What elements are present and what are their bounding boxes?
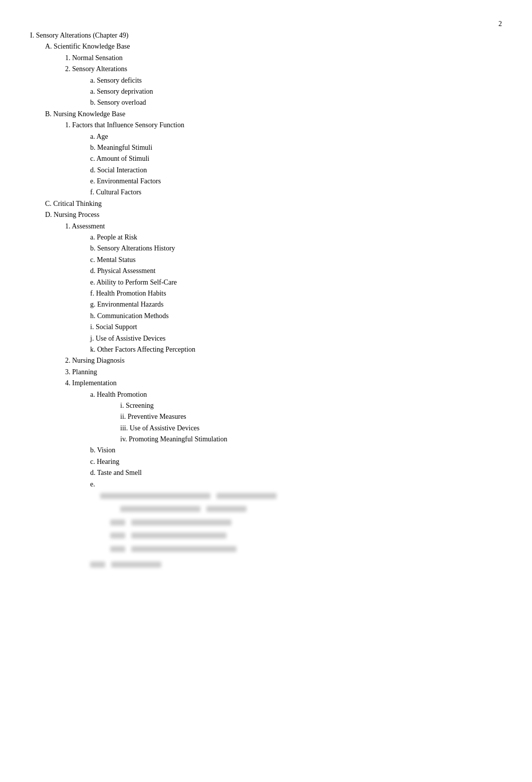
item-D4a-ii: ii. Preventive Measures — [120, 411, 502, 422]
item-D1i-label: i. Social Support — [90, 323, 137, 331]
item-D1j: j. Use of Assistive Devices — [90, 333, 502, 344]
item-D4c: c. Hearing — [90, 456, 502, 467]
item-b-overload-label: b. Sensory overload — [90, 99, 146, 106]
item-B1f-label: f. Cultural Factors — [90, 188, 141, 196]
section-I-label: I. Sensory Alterations (Chapter 49) — [30, 32, 128, 39]
blurred-content — [100, 492, 502, 557]
item-D4b-label: b. Vision — [90, 446, 115, 454]
section-A-label: A. Scientific Knowledge Base — [45, 43, 130, 50]
item-D4a-i: i. Screening — [120, 400, 502, 411]
item-D1a: a. People at Risk — [90, 232, 502, 243]
section-D-label: D. Nursing Process — [45, 211, 100, 218]
item-D2: 2. Nursing Diagnosis — [65, 355, 502, 366]
item-D1-label: 1. Assessment — [65, 222, 105, 230]
item-D4d: d. Taste and Smell — [90, 467, 502, 478]
item-D3: 3. Planning — [65, 367, 502, 378]
item-B1c-label: c. Amount of Stimuli — [90, 155, 149, 162]
item-1-normal-sensation: 1. Normal Sensation — [65, 53, 502, 64]
item-B1f: f. Cultural Factors — [90, 187, 502, 198]
item-D1a-label: a. People at Risk — [90, 233, 137, 241]
item-D1f-label: f. Health Promotion Habits — [90, 290, 166, 297]
item-D1k: k. Other Factors Affecting Perception — [90, 344, 502, 355]
item-b-sensory-overload: b. Sensory overload — [90, 97, 502, 108]
item-D4b: b. Vision — [90, 445, 502, 456]
item-D4-label: 4. Implementation — [65, 379, 117, 387]
item-B1d-label: d. Social Interaction — [90, 166, 147, 174]
item-D4c-label: c. Hearing — [90, 458, 119, 465]
item-D1e: e. Ability to Perform Self-Care — [90, 277, 502, 288]
section-I: I. Sensory Alterations (Chapter 49) — [30, 30, 502, 41]
item-B1-label: 1. Factors that Influence Sensory Functi… — [65, 121, 184, 129]
item-D4e-label: e. — [90, 480, 95, 488]
item-a-sensory-deprivation: a. Sensory deprivation — [90, 86, 502, 97]
section-D: D. Nursing Process — [45, 209, 502, 220]
item-D1d: d. Physical Assessment — [90, 266, 502, 277]
item-D1e-label: e. Ability to Perform Self-Care — [90, 279, 177, 286]
item-D1f: f. Health Promotion Habits — [90, 288, 502, 299]
item-D4a-label: a. Health Promotion — [90, 391, 147, 398]
page-number: 2 — [498, 20, 502, 28]
item-2-sensory-alterations: 2. Sensory Alterations — [65, 64, 502, 75]
item-D4a-iv: iv. Promoting Meaningful Stimulation — [120, 434, 502, 445]
item-a-sensory-deficits: a. Sensory deficits — [90, 75, 502, 86]
item-B1b-label: b. Meaningful Stimuli — [90, 144, 152, 151]
item-D4e: e. — [90, 479, 502, 557]
item-D4: 4. Implementation — [65, 378, 502, 389]
blurred-f-item — [90, 561, 502, 572]
item-D1i: i. Social Support — [90, 322, 502, 333]
item-D4a-iv-label: iv. Promoting Meaningful Stimulation — [120, 435, 227, 443]
item-a-deficits-label: a. Sensory deficits — [90, 77, 142, 84]
item-D1-assessment: 1. Assessment — [65, 221, 502, 232]
item-B1c: c. Amount of Stimuli — [90, 153, 502, 164]
section-C: C. Critical Thinking — [45, 198, 502, 209]
item-1-label: 1. Normal Sensation — [65, 54, 123, 62]
item-B1d: d. Social Interaction — [90, 165, 502, 176]
item-B1a-label: a. Age — [90, 133, 108, 140]
item-D1j-label: j. Use of Assistive Devices — [90, 335, 165, 342]
item-D1c-label: c. Mental Status — [90, 256, 136, 264]
item-D1g: g. Environmental Hazards — [90, 299, 502, 310]
item-D1c: c. Mental Status — [90, 254, 502, 266]
section-B-label: B. Nursing Knowledge Base — [45, 110, 125, 118]
item-B1e: e. Environmental Factors — [90, 176, 502, 187]
item-2-label: 2. Sensory Alterations — [65, 65, 127, 73]
item-D3-label: 3. Planning — [65, 368, 97, 376]
item-D4a-iii-label: iii. Use of Assistive Devices — [120, 424, 199, 432]
section-B: B. Nursing Knowledge Base — [45, 109, 502, 120]
item-D1b-label: b. Sensory Alterations History — [90, 244, 175, 252]
item-D1h: h. Communication Methods — [90, 311, 502, 322]
item-B1e-label: e. Environmental Factors — [90, 177, 161, 185]
item-D1k-label: k. Other Factors Affecting Perception — [90, 346, 195, 353]
item-B1a: a. Age — [90, 131, 502, 142]
section-A: A. Scientific Knowledge Base — [45, 41, 502, 52]
item-a-deprivation-label: a. Sensory deprivation — [90, 88, 153, 95]
section-C-label: C. Critical Thinking — [45, 200, 102, 207]
item-D1g-label: g. Environmental Hazards — [90, 301, 164, 308]
item-D4a: a. Health Promotion — [90, 389, 502, 400]
item-D4a-iii: iii. Use of Assistive Devices — [120, 423, 502, 434]
item-B1b: b. Meaningful Stimuli — [90, 142, 502, 153]
main-content: I. Sensory Alterations (Chapter 49) A. S… — [30, 30, 502, 572]
item-D2-label: 2. Nursing Diagnosis — [65, 357, 125, 364]
item-D4d-label: d. Taste and Smell — [90, 469, 142, 476]
item-B1: 1. Factors that Influence Sensory Functi… — [65, 120, 502, 131]
item-D1b: b. Sensory Alterations History — [90, 243, 502, 254]
item-D4a-ii-label: ii. Preventive Measures — [120, 413, 186, 420]
item-D4a-i-label: i. Screening — [120, 402, 154, 409]
item-D1d-label: d. Physical Assessment — [90, 267, 155, 275]
item-D1h-label: h. Communication Methods — [90, 312, 169, 320]
